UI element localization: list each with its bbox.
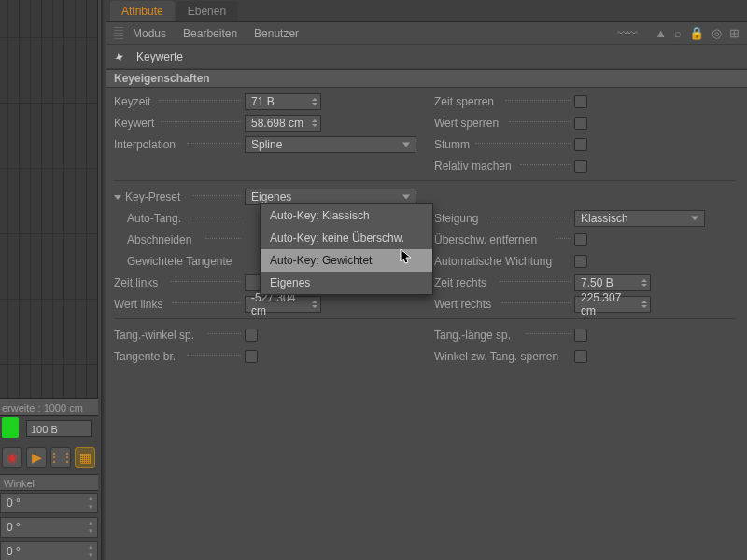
sub-header-label: Keywerte xyxy=(136,50,183,63)
angle-field-3[interactable]: 0 °▲▼ xyxy=(0,541,98,560)
label-wert-links: Wert links xyxy=(114,298,245,311)
section-keyeigenschaften: Keyeigenschaften xyxy=(106,69,747,88)
dropdown-steigung[interactable]: Klassisch xyxy=(574,210,705,227)
disclosure-icon[interactable] xyxy=(114,195,121,200)
menu-bar: Modus Bearbeiten Benutzer 〰〰 ▲ ⌕ 🔒 ◎ ⊞ xyxy=(106,22,747,45)
input-wert-links[interactable]: -527.304 cm xyxy=(245,296,321,313)
value-interpolation: Spline xyxy=(251,138,282,151)
label-winkel-zw: Winkel zw. Tang. sperren xyxy=(434,350,574,363)
chevron-down-icon xyxy=(402,195,410,200)
angle-field-2[interactable]: 0 °▲▼ xyxy=(0,517,98,538)
checkbox-stumm[interactable] xyxy=(574,138,587,151)
checkbox-zeit-sperren[interactable] xyxy=(574,95,587,108)
checkbox-winkel-zw[interactable] xyxy=(574,350,587,363)
label-gewichtete-tangente: Gewichtete Tangente xyxy=(114,255,245,268)
value-zeit-rechts: 7.50 B xyxy=(581,276,613,289)
checkbox-tang-laenge-sp[interactable] xyxy=(574,329,587,342)
chevron-down-icon xyxy=(402,143,410,147)
checkbox-tangente-br[interactable] xyxy=(245,350,258,363)
input-keywert[interactable]: 58.698 cm xyxy=(245,115,321,132)
spinner-icon[interactable] xyxy=(640,275,649,290)
label-zeit-links: Zeit links xyxy=(114,276,245,289)
spinner-icon[interactable] xyxy=(310,297,319,312)
option-eigenes[interactable]: Eigenes xyxy=(261,272,432,294)
label-abschneiden: Abschneiden xyxy=(114,233,245,246)
grid-icon[interactable]: ⋮⋮ xyxy=(50,447,71,468)
menu-bearbeiten[interactable]: Bearbeiten xyxy=(183,27,237,40)
label-wert-sperren: Wert sperren xyxy=(434,117,574,130)
label-stumm: Stumm xyxy=(434,138,574,151)
value-keyzeit: 71 B xyxy=(251,95,275,108)
attribute-manager: Attribute Ebenen Modus Bearbeiten Benutz… xyxy=(101,0,747,560)
label-ueberschw: Überschw. entfernen xyxy=(434,233,574,246)
spinner-icon[interactable] xyxy=(310,116,319,131)
frame-input[interactable]: 100 B xyxy=(26,420,92,437)
checkbox-wert-sperren[interactable] xyxy=(574,117,587,130)
value-key-preset: Eigenes xyxy=(251,190,291,203)
up-arrow-icon[interactable]: ▲ xyxy=(655,26,667,40)
key-icon: ✦ xyxy=(112,47,132,66)
target-icon[interactable]: ◎ xyxy=(712,26,722,40)
spinner-icon[interactable]: ▲▼ xyxy=(86,543,95,560)
dropdown-popup[interactable]: Auto-Key: Klassisch Auto-Key: keine Über… xyxy=(260,203,433,295)
filmstrip-icon[interactable]: ▦ xyxy=(75,447,95,468)
history-icon[interactable]: 〰〰 xyxy=(617,26,634,40)
label-keywert: Keywert xyxy=(114,117,245,130)
angle-value-2: 0 ° xyxy=(7,521,21,534)
record-icon[interactable]: ◉ xyxy=(2,447,22,468)
option-auto-key-gewichtet[interactable]: Auto-Key: Gewichtet xyxy=(261,249,432,272)
tab-attribute[interactable]: Attribute xyxy=(110,1,175,21)
separator xyxy=(114,318,736,319)
label-tang-winkel-sp: Tang.-winkel sp. xyxy=(114,329,245,342)
dropdown-interpolation[interactable]: Spline xyxy=(245,136,416,153)
value-steigung: Klassisch xyxy=(581,212,628,225)
label-interpolation: Interpolation xyxy=(114,138,245,151)
input-zeit-rechts[interactable]: 7.50 B xyxy=(574,274,651,291)
label-wert-rechts: Wert rechts xyxy=(434,298,574,311)
input-wert-rechts[interactable]: 225.307 cm xyxy=(574,296,651,313)
option-auto-key-keine-ueberschw[interactable]: Auto-Key: keine Überschw. xyxy=(261,227,432,249)
timeline-grid[interactable] xyxy=(0,0,98,407)
tab-ebenen[interactable]: Ebenen xyxy=(176,1,237,21)
spinner-icon[interactable]: ▲▼ xyxy=(86,495,95,511)
label-steigung: Steigung xyxy=(434,212,574,225)
label-zeit-rechts: Zeit rechts xyxy=(434,276,574,289)
value-wert-links: -527.304 cm xyxy=(251,291,307,317)
lock-icon[interactable]: 🔒 xyxy=(689,26,704,40)
angle-value-1: 0 ° xyxy=(7,497,21,510)
label-tangente-br: Tangente br. xyxy=(114,350,245,363)
separator xyxy=(114,180,736,181)
option-auto-key-klassisch[interactable]: Auto-Key: Klassisch xyxy=(261,204,432,227)
angle-value-3: 0 ° xyxy=(7,545,21,558)
checkbox-auto-wicht[interactable] xyxy=(574,255,587,268)
playhead-marker[interactable] xyxy=(2,417,19,438)
sub-header: ✦ Keywerte xyxy=(106,45,747,69)
chevron-down-icon xyxy=(691,217,698,221)
label-auto-tang: Auto-Tang. xyxy=(114,212,245,225)
value-keywert: 58.698 cm xyxy=(251,117,303,130)
angle-field-1[interactable]: 0 °▲▼ xyxy=(0,493,98,513)
label-key-preset: Key-Preset xyxy=(114,190,245,203)
label-keyzeit: Keyzeit xyxy=(114,95,245,108)
new-window-icon[interactable]: ⊞ xyxy=(729,26,740,40)
timeline-status: erweite : 1000 cm xyxy=(0,398,98,416)
label-relativ: Relativ machen xyxy=(434,160,574,173)
grip-icon[interactable] xyxy=(114,27,123,40)
menu-modus[interactable]: Modus xyxy=(133,27,166,40)
search-icon[interactable]: ⌕ xyxy=(674,26,682,40)
tab-bar: Attribute Ebenen xyxy=(106,0,747,22)
checkbox-tang-winkel-sp[interactable] xyxy=(245,329,258,342)
spinner-icon[interactable]: ▲▼ xyxy=(86,519,95,536)
label-zeit-sperren: Zeit sperren xyxy=(434,95,574,108)
play-icon[interactable]: ▶ xyxy=(26,447,47,468)
label-tang-laenge-sp: Tang.-länge sp. xyxy=(434,329,574,342)
spinner-icon[interactable] xyxy=(310,94,319,109)
checkbox-relativ[interactable] xyxy=(574,160,587,173)
label-auto-wicht: Automatische Wichtung xyxy=(434,255,574,268)
winkel-section-label: Winkel xyxy=(0,474,98,491)
checkbox-ueberschw[interactable] xyxy=(574,233,587,246)
spinner-icon[interactable] xyxy=(640,297,649,312)
menu-benutzer[interactable]: Benutzer xyxy=(254,27,299,40)
input-keyzeit[interactable]: 71 B xyxy=(245,93,321,110)
timeline-toolbar: ◉ ▶ ⋮⋮ ▦ xyxy=(0,443,98,471)
